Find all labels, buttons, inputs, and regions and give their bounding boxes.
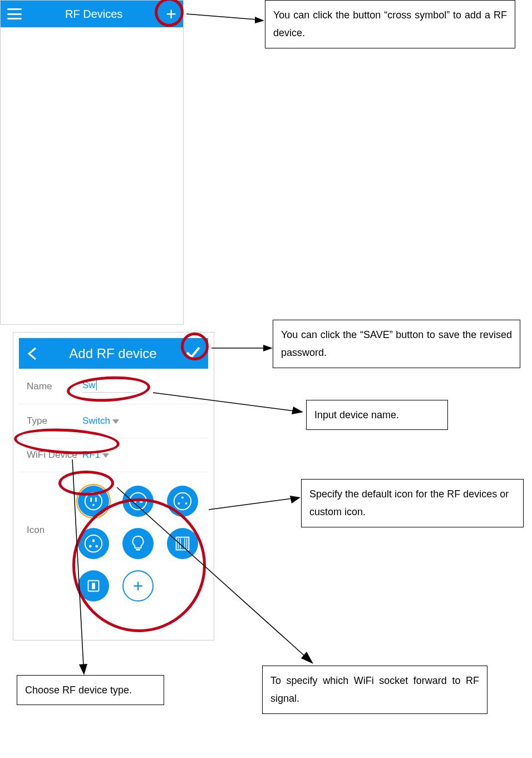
svg-marker-24	[292, 407, 303, 414]
svg-line-19	[186, 14, 256, 19]
arrow	[184, 11, 267, 22]
arrow	[206, 496, 303, 512]
label-icon: Icon	[27, 525, 67, 601]
menu-icon[interactable]	[7, 8, 22, 19]
svg-marker-28	[79, 664, 87, 675]
svg-marker-20	[255, 17, 264, 23]
screen-rf-devices: RF Devices +	[0, 0, 184, 325]
svg-point-7	[174, 493, 191, 510]
svg-line-25	[209, 498, 292, 510]
callout-wifi-pick: To specify which WiFi socket forward to …	[262, 666, 487, 714]
annotation-circle	[58, 471, 114, 496]
svg-point-8	[181, 496, 184, 498]
svg-point-10	[185, 502, 188, 505]
chevron-down-icon	[112, 419, 119, 424]
screen-title: RF Devices	[65, 8, 122, 21]
back-icon[interactable]	[26, 346, 41, 361]
svg-marker-22	[263, 345, 273, 351]
svg-rect-1	[90, 497, 92, 502]
callout-save-button: You can click the “SAVE” button to save …	[273, 320, 520, 368]
arrow	[209, 343, 275, 354]
svg-point-3	[92, 504, 95, 506]
svg-rect-2	[95, 497, 97, 502]
chevron-down-icon	[102, 453, 109, 458]
svg-point-9	[178, 502, 180, 505]
annotation-circle	[181, 332, 209, 360]
callout-icon-pick: Specify the default icon for the RF devi…	[301, 479, 524, 527]
type-select[interactable]: Switch	[82, 415, 119, 427]
callout-type-pick: Choose RF device type.	[17, 675, 164, 705]
svg-marker-30	[301, 652, 313, 664]
header-bar: Add RF device	[19, 338, 208, 369]
label-type: Type	[27, 415, 82, 427]
callout-add-button: You can click the button “cross symbol” …	[265, 0, 515, 48]
svg-marker-26	[290, 496, 301, 503]
screen-title: Add RF device	[69, 346, 156, 361]
callout-name-input: Input device name.	[306, 400, 448, 430]
annotation-circle	[72, 498, 206, 632]
